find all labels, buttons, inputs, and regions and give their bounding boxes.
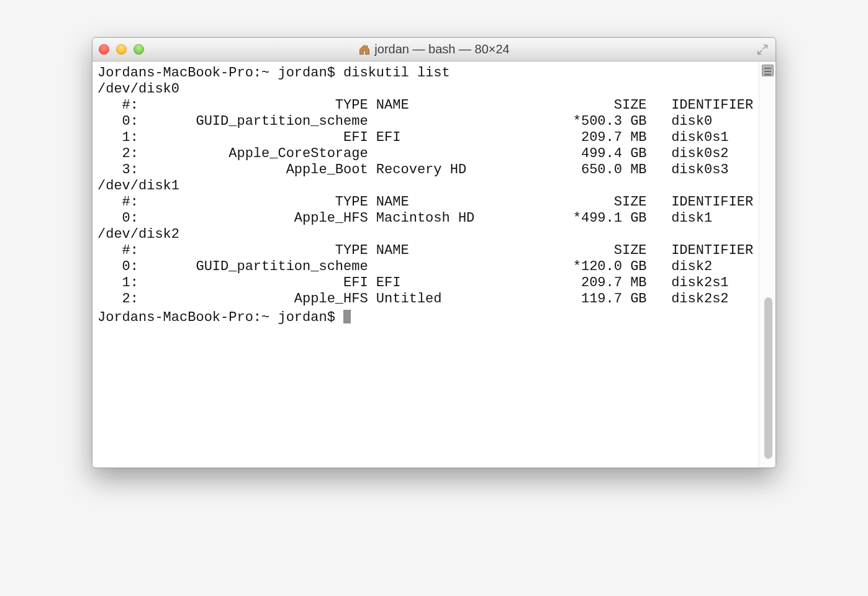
scrollbar-thumb[interactable] xyxy=(764,297,772,459)
terminal-window: jordan — bash — 80×24 Jordans-MacBook-Pr… xyxy=(92,37,776,468)
minimize-button[interactable] xyxy=(116,44,127,55)
terminal-area: Jordans-MacBook-Pro:~ jordan$ diskutil l… xyxy=(93,61,775,467)
scrollbar-track[interactable] xyxy=(759,61,775,467)
window-title: jordan — bash — 80×24 xyxy=(93,42,775,56)
titlebar[interactable]: jordan — bash — 80×24 xyxy=(93,38,775,61)
home-icon xyxy=(358,43,371,56)
cursor xyxy=(343,310,351,323)
close-button[interactable] xyxy=(99,44,109,55)
terminal-output[interactable]: Jordans-MacBook-Pro:~ jordan$ diskutil l… xyxy=(93,61,759,467)
traffic-lights xyxy=(99,44,144,55)
zoom-button[interactable] xyxy=(133,44,144,55)
document-icon[interactable] xyxy=(762,65,774,76)
window-title-text: jordan — bash — 80×24 xyxy=(374,42,509,56)
fullscreen-icon[interactable] xyxy=(756,43,769,56)
